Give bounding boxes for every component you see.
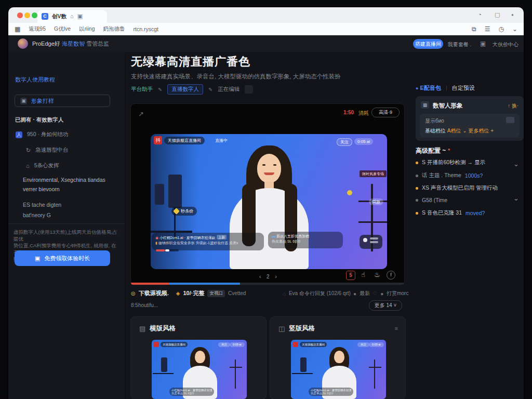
chevron-down-icon[interactable]: ⌄ <box>513 160 519 168</box>
card-thumbnail[interactable]: 天猫旗舰店直播间 关注 0:05 ai 小红帽2cm1.ai · 夏季防晒衣轻薄… <box>291 340 386 399</box>
panel-toggle-icon[interactable]: ▣ <box>480 40 486 47</box>
download-source-link[interactable]: 下载源视频. <box>139 289 169 297</box>
card-landscape[interactable]: ▤ 横版风格 天猫旗舰店直播间 关注 0:05 ai 小红帽2 <box>131 317 266 399</box>
sidebar-item-home[interactable]: ⌂ 5条心发挥 <box>26 162 59 169</box>
avatar-subcard[interactable]: 显示био 基础档位 A档位 ⌄ 更多档位 + <box>420 114 520 138</box>
create-live-room-button[interactable]: 搭建直播间 <box>413 39 443 49</box>
room-name-pill[interactable]: 天猫旗舰店直播间 <box>164 137 205 144</box>
apps-grid-icon[interactable]: ▦ <box>15 26 20 32</box>
browser-tab[interactable]: C 创V数 ⌂ ▣ <box>37 10 107 23</box>
tabstrip-globe-icon[interactable]: ◔ <box>478 12 482 18</box>
tab-voice-pack[interactable]: E配音包 <box>420 85 441 91</box>
video-frame[interactable]: 抖 天猫旗舰店直播间 直播中 关注 0:05 ai 限时风暴专场 回放 秒杀价 … <box>151 134 387 269</box>
progress-bar[interactable] <box>131 283 404 285</box>
replay-pill[interactable]: 回放 <box>369 198 383 205</box>
bookmark-item[interactable]: rtcn.ryscgt <box>133 26 158 32</box>
notice-line: 虚拟数字人(使用13天前)上线两天后估值格局,占据优 <box>14 229 118 242</box>
meta-middle-text[interactable]: Eva 命令行回复 (102/6 qrt) <box>289 290 351 297</box>
tip-link[interactable]: 打赏morc <box>387 290 408 297</box>
chevron-down-icon[interactable]: ⌄ <box>513 194 519 202</box>
active-dot-icon: ● <box>416 86 418 91</box>
tag-platform[interactable]: 平台助手 <box>131 86 153 93</box>
tab-extra-icon[interactable]: ▣ <box>77 14 83 19</box>
tab-custom-preset[interactable]: 自定预设 <box>452 85 475 91</box>
shield-icon: ◈ <box>176 290 180 296</box>
sidebar-item-avatar[interactable]: 人 950 · 身如何结功 <box>16 131 68 138</box>
quality-pill[interactable]: 高清·9 <box>371 108 400 117</box>
home-icon: ⌂ <box>26 163 30 169</box>
share-icon[interactable]: ↗ <box>138 110 144 118</box>
speed-icon[interactable]: 5 <box>346 271 355 280</box>
setting-item-theme[interactable]: 话 主题 . Theme 1000s? <box>416 172 483 179</box>
more-button[interactable]: 更多 14 ˅ <box>369 300 402 311</box>
user-avatar[interactable] <box>18 38 28 49</box>
sidebar-extra-item[interactable]: bat'neory G <box>23 212 51 218</box>
tab-title: 创V数 <box>52 13 66 20</box>
gesture-icon[interactable]: ☝ <box>361 271 365 278</box>
caption-text: 热卖单品 SL 6折0 <box>311 392 351 395</box>
sidebar-extra-item[interactable]: ES tache digten <box>23 202 61 208</box>
watch-control[interactable] <box>360 235 382 249</box>
panel-tabs: ● E配音包 | 自定预设 <box>416 84 524 92</box>
card-portrait[interactable]: ◫ 竖版风格 ≡ 天猫旗舰店直播间 关注 0:05 ai <box>270 317 405 399</box>
free-trial-button[interactable]: ▣ 免费领取体验时长 <box>15 250 110 266</box>
traffic-light-minimize[interactable] <box>24 12 30 18</box>
viewer-bar <box>370 241 378 243</box>
setting-item-time[interactable]: G58 (Time <box>416 197 447 203</box>
sidebar-item-lipsync[interactable]: ↻ 急速唇型中台 <box>26 147 68 154</box>
caption-card-2: ▬ 新品八五折优惠加赠 热卖单品 SL 6折0 <box>268 232 343 248</box>
bookmark-item[interactable]: 返现95 <box>29 25 46 33</box>
tab-home-icon[interactable]: ⌂ <box>70 14 74 19</box>
new-badge: 上新 <box>217 235 227 240</box>
gift-icon: ▣ <box>35 255 40 262</box>
caption-text: 微纳班职业妆安全养肤 升级款-1波好妆任选 质差x <box>158 241 238 245</box>
room-state-label: 直播中 <box>215 138 228 143</box>
clone-icon: ▣ <box>20 98 27 104</box>
quota-badge: 女视口 <box>207 290 225 297</box>
tag-digital-human[interactable]: 直播数字人 <box>167 84 203 95</box>
traffic-light-zoom[interactable] <box>32 12 37 18</box>
sidebar-env-line1[interactable]: Environmental, Xsegchina tiandas <box>23 177 105 183</box>
bookmark-item[interactable]: 以riing <box>79 25 95 33</box>
tutorial-link[interactable]: 数字人使用教程 <box>15 76 55 84</box>
latest-link[interactable]: 最新 <box>360 290 370 297</box>
clone-avatar-button[interactable]: ▣ 形象打样 <box>15 95 110 107</box>
panel-icon[interactable]: ☰ <box>485 25 490 33</box>
change-outfit-link[interactable]: ↑ 换· <box>508 102 518 110</box>
history-icon[interactable]: ◷ <box>498 25 503 33</box>
sidebar-item-label: 急速唇型中台 <box>35 147 68 154</box>
card-thumbnail[interactable]: 天猫旗舰店直播间 关注 0:05 ai 小红帽2cm1.ai · 夏季防晒衣轻薄… <box>152 340 247 399</box>
setting-item-clone[interactable]: S 音色已克隆 31 moved? <box>416 209 485 217</box>
diamond-icon <box>173 208 180 215</box>
chat-icon: ◌ <box>283 291 286 297</box>
help-center-link[interactable]: 大伙价中心 <box>493 41 518 48</box>
follow-pill[interactable]: 关注 <box>337 138 352 146</box>
bookmark-item[interactable]: G优lve <box>54 25 71 33</box>
tag-editing[interactable]: 正在编辑 <box>218 86 240 93</box>
traffic-light-close[interactable] <box>17 12 23 18</box>
chevron-down-icon[interactable]: ⌄ <box>512 25 517 33</box>
reading-list-icon[interactable]: ⧉ <box>472 25 476 33</box>
cup-icon[interactable]: ♨ <box>374 271 380 278</box>
menu-icon[interactable]: ≡ <box>395 325 398 331</box>
setting-item-voice-model[interactable]: XS 声音大模型已启用 管理行动 <box>416 184 498 192</box>
brand-blue[interactable]: 海星数智 <box>62 41 85 47</box>
tag-add-button[interactable] <box>245 85 253 94</box>
bookmarks-bar: ▦ 返现95 G优lve 以riing 奶泡德鲁 rtcn.ryscgt ⧉ ☰… <box>8 23 524 35</box>
setting-link[interactable]: moved? <box>466 210 485 216</box>
bookmark-item[interactable]: 奶泡德鲁 <box>103 25 125 33</box>
shelf-light <box>347 190 352 195</box>
member-plan-link[interactable]: 我要套餐 . <box>448 41 472 48</box>
shelf-board <box>230 367 242 368</box>
heart-icon[interactable]: ♡ <box>373 291 377 296</box>
setting-item-precheck[interactable]: S 开播前60秒检测 → 显示 <box>416 159 485 166</box>
tier-value[interactable]: A档位 ⌄ 更多档位 + <box>447 128 494 134</box>
facebook-icon[interactable]: f <box>387 271 395 280</box>
page-indicator[interactable]: ‹ 2 › <box>259 274 279 280</box>
more-label: 更多 14 <box>375 302 392 308</box>
tabstrip-newtab-icon[interactable]: ▢ <box>495 12 500 18</box>
promo-tag: 秒杀价 <box>171 207 197 216</box>
speaker-prop <box>155 184 164 205</box>
screen-icon[interactable] <box>506 117 514 123</box>
setting-link[interactable]: 1000s? <box>465 172 483 179</box>
